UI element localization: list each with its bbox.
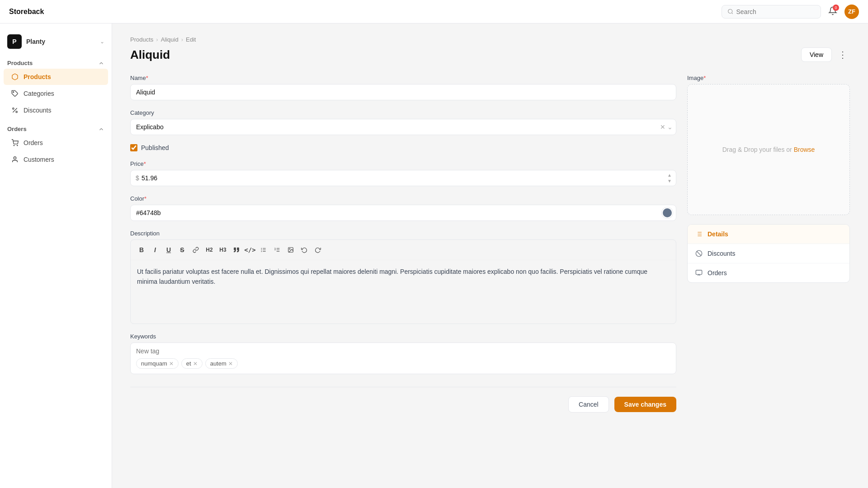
save-changes-button[interactable]: Save changes [614, 397, 676, 412]
panel-item-orders-label: Orders [708, 269, 727, 277]
search-input[interactable] [736, 8, 816, 15]
search-box [722, 5, 821, 19]
tag-autem: autem ✕ [205, 358, 238, 369]
color-swatch[interactable] [662, 207, 673, 218]
form-left: Name* Category Explicabo ✕ ⌄ [130, 75, 676, 413]
list-icon [695, 230, 703, 238]
tag-remove-autem[interactable]: ✕ [228, 361, 233, 366]
breadcrumb-edit: Edit [186, 36, 196, 43]
quote-button[interactable] [230, 244, 243, 256]
panel-item-discounts[interactable]: Discounts [688, 244, 849, 263]
cancel-button[interactable]: Cancel [568, 396, 609, 413]
color-wrap [130, 205, 676, 221]
underline-button[interactable]: U [162, 244, 175, 256]
category-select-wrap: Explicabo ✕ ⌄ [130, 119, 676, 135]
keywords-field-row: Keywords numquam ✕ et ✕ [130, 333, 676, 374]
sidebar-item-categories-label: Categories [24, 90, 54, 97]
sidebar-item-products-label: Products [24, 73, 51, 80]
sidebar-item-orders[interactable]: Orders [4, 135, 108, 151]
h2-button[interactable]: H2 [203, 244, 216, 256]
tag-numquam: numquam ✕ [136, 358, 179, 369]
published-label[interactable]: Published [141, 144, 169, 151]
svg-point-11 [261, 248, 262, 249]
tag-remove-numquam[interactable]: ✕ [169, 361, 174, 366]
keywords-wrap: numquam ✕ et ✕ autem ✕ [130, 343, 676, 374]
sidebar-section-header-products[interactable]: Products [0, 56, 112, 68]
sidebar-item-discounts-label: Discounts [24, 107, 51, 114]
sidebar-item-customers[interactable]: Customers [4, 151, 108, 168]
bold-button[interactable]: B [135, 244, 148, 256]
svg-line-2 [13, 108, 17, 112]
description-field-row: Description B I U S H2 H3 [130, 230, 676, 324]
sidebar-item-products[interactable]: Products [4, 69, 108, 85]
tag-label-autem: autem [210, 360, 226, 367]
svg-point-20 [289, 249, 290, 249]
breadcrumb: Products › Aliquid › Edit [130, 36, 850, 43]
chevron-up-icon [98, 60, 104, 66]
price-wrap: $ ▲ ▼ [130, 170, 676, 186]
bullet-list-button[interactable] [257, 244, 270, 256]
svg-point-13 [261, 251, 262, 252]
name-field-row: Name* [130, 75, 676, 100]
link-button[interactable] [189, 244, 202, 256]
sidebar-section-products: Products Products Categories Discounts [0, 56, 112, 118]
tag-remove-et[interactable]: ✕ [193, 361, 198, 366]
svg-point-6 [17, 145, 18, 145]
color-label: Color* [130, 195, 676, 202]
page-header: Aliquid View ⋮ [130, 47, 850, 62]
h3-button[interactable]: H3 [217, 244, 229, 256]
browse-link[interactable]: Browse [794, 146, 815, 153]
price-up-button[interactable]: ▲ [666, 173, 673, 178]
notifications-button[interactable]: 0 [826, 5, 839, 19]
avatar: ZF [844, 5, 859, 19]
image-button[interactable] [284, 244, 297, 256]
sidebar-item-categories[interactable]: Categories [4, 85, 108, 102]
store-name: Planty [26, 38, 45, 45]
price-down-button[interactable]: ▼ [666, 178, 673, 184]
svg-point-4 [16, 111, 17, 113]
strikethrough-button[interactable]: S [176, 244, 189, 256]
view-button[interactable]: View [801, 47, 832, 62]
sidebar-item-discounts[interactable]: Discounts [4, 102, 108, 118]
store-icon: P [7, 34, 22, 49]
category-label: Category [130, 109, 676, 116]
breadcrumb-sep-1: › [156, 36, 158, 43]
store-selector[interactable]: P Planty ⌄ [0, 31, 112, 56]
search-icon [727, 8, 734, 15]
undo-button[interactable] [298, 244, 311, 256]
sidebar-item-customers-label: Customers [24, 156, 54, 163]
code-button[interactable]: </> [244, 244, 256, 256]
breadcrumb-aliquid[interactable]: Aliquid [161, 36, 179, 43]
more-options-button[interactable]: ⋮ [835, 47, 850, 62]
breadcrumb-products[interactable]: Products [130, 36, 153, 43]
tag-label-numquam: numquam [141, 360, 167, 367]
image-field-row: Image* Drag & Drop your files or Browse [687, 75, 850, 215]
tag-et: et ✕ [181, 358, 203, 369]
italic-button[interactable]: I [149, 244, 161, 256]
panel-item-details[interactable]: Details [688, 225, 849, 244]
image-upload-area[interactable]: Drag & Drop your files or Browse [687, 84, 850, 215]
image-label: Image* [687, 75, 850, 81]
description-editor[interactable]: Ut facilis pariatur voluptas est facere … [131, 260, 676, 324]
panel-item-orders[interactable]: Orders [688, 263, 849, 282]
tag-label-et: et [186, 360, 191, 367]
sidebar-section-orders: Orders Orders Customers [0, 122, 112, 168]
svg-text:2.: 2. [274, 249, 276, 251]
price-field-row: Price* $ ▲ ▼ [130, 160, 676, 186]
name-input[interactable] [130, 84, 676, 100]
svg-line-28 [697, 251, 701, 255]
panel-item-discounts-label: Discounts [708, 250, 735, 257]
right-detail-panel: Details Discounts Orders [687, 224, 850, 283]
color-input[interactable] [130, 205, 676, 221]
sidebar-section-header-orders[interactable]: Orders [0, 122, 112, 134]
published-checkbox[interactable] [130, 144, 137, 151]
ordered-list-button[interactable]: 1.2. [271, 244, 283, 256]
layout: P Planty ⌄ Products Products Categori [0, 23, 868, 488]
svg-point-5 [14, 145, 14, 145]
redo-button[interactable] [311, 244, 324, 256]
price-input[interactable] [130, 170, 676, 186]
keywords-input[interactable] [136, 347, 670, 355]
category-select[interactable]: Explicabo [130, 119, 676, 135]
color-field-row: Color* [130, 195, 676, 221]
tags-row: numquam ✕ et ✕ autem ✕ [136, 358, 670, 369]
